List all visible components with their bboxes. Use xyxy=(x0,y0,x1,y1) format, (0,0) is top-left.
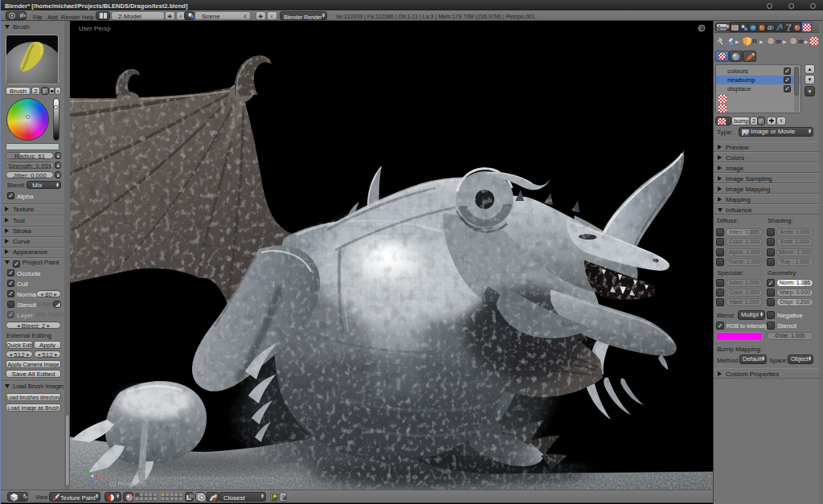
svg-text:User Persp: User Persp xyxy=(79,25,112,32)
svg-text:(1) Retopo.001: (1) Retopo.001 xyxy=(109,481,147,487)
